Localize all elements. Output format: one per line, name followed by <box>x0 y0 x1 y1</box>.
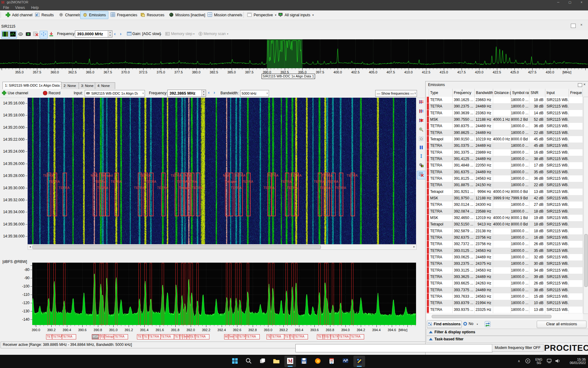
toolbar-button-add-channel[interactable]: Add channel <box>3 11 35 19</box>
emission-row[interactable]: TETRA393.7633 ...24563 Hz18000.0 ...15 d… <box>427 293 583 300</box>
emissions-vscroll-thumb[interactable] <box>584 234 588 287</box>
zoom-in-button[interactable] <box>417 126 426 135</box>
toolbar-button-mission-channels[interactable]: Mission channels <box>205 11 245 19</box>
frequency-stepper[interactable]: ▲▼ <box>108 31 112 37</box>
waterfall-view-button[interactable] <box>1 31 9 39</box>
toolbar-button-all-signal-inputs[interactable]: All signal inputs▼ <box>276 11 317 19</box>
emission-row[interactable]: TETRA391.8875 ...24150 Hz18000.0 ...22 d… <box>427 182 583 188</box>
emission-row[interactable]: MSK392.4650 ...12019 Hz4000.0 Hz8000.1 B… <box>427 215 583 221</box>
emission-row[interactable]: TETRA393.6625 ...24263 Hz18000.0 ...26 d… <box>427 280 583 287</box>
fit-vertical-button[interactable] <box>417 152 426 161</box>
find-mode-select[interactable]: No ▼ <box>463 321 482 327</box>
file-explorer-button[interactable] <box>271 356 282 367</box>
spectrum-view-button[interactable] <box>9 31 17 39</box>
emission-row[interactable]: TETRA393.3625 ...24469 Hz18000.0 ...39 d… <box>427 274 583 280</box>
emissions-hscroll-thumb[interactable] <box>432 315 551 318</box>
emission-row[interactable]: TETRA390.8625 ...24469 Hz18000.0 ...22 d… <box>427 130 583 136</box>
channel-input-select[interactable]: SIR2115 WB-DDC 1x Align Data 1 ∨ <box>85 90 145 97</box>
clock[interactable]: 15:3506/01/2022 <box>564 358 586 365</box>
use-channel-button[interactable]: Use channel <box>8 90 28 96</box>
channel-tab-1[interactable]: 1: SIR2115 WB-DDC 1x Align Data 1 <box>2 82 61 89</box>
emissions-close-icon[interactable]: × <box>583 82 586 87</box>
emission-row[interactable]: TETRA392.0874 ...23588 Hz18000.0 ...18 d… <box>427 208 583 215</box>
zoom-region-button[interactable] <box>417 117 426 125</box>
spectrum-plot[interactable] <box>32 263 416 325</box>
emission-row[interactable]: Tetrapol392.5150 ...9413 Hz4000.0 Hz8000… <box>427 221 583 228</box>
emission-row[interactable]: TETRA393.0125 ...24563 Hz18000.0 ...35 d… <box>427 248 583 254</box>
task-based-filter-section[interactable]: Task-based filter <box>426 336 588 343</box>
waterfall-hscroll-thumb[interactable] <box>32 245 321 249</box>
emissions-float-icon[interactable] <box>578 83 582 87</box>
maximize-button[interactable]: ▢ <box>564 0 576 5</box>
emission-row[interactable]: TETRA393.3125 ...24563 Hz18000.0 ...34 d… <box>427 267 583 274</box>
emission-row[interactable]: TETRA391.8125 ...24563 Hz18000.0 ...36 d… <box>427 175 583 182</box>
column-header[interactable]: SNR <box>529 89 545 97</box>
auto-find-icon[interactable] <box>485 321 491 328</box>
pause-button[interactable] <box>417 144 426 152</box>
emission-row[interactable]: TETRA391.4848 ...22050 Hz18000.0 ...17 d… <box>427 162 583 169</box>
emission-row[interactable]: TETRA392.5879 ...23138 Hz18000.0 ...18 d… <box>427 228 583 234</box>
input-dropdown-icon[interactable]: ∨ <box>142 90 144 96</box>
gain-dropdown-icon[interactable]: ▼ <box>160 33 162 35</box>
dropdown-icon[interactable]: ▼ <box>312 14 314 17</box>
frequency-back-icon[interactable]: ‹ <box>112 31 117 36</box>
panel-float-icon[interactable] <box>571 24 576 28</box>
panel-close-icon[interactable]: × <box>580 23 582 27</box>
emission-row[interactable]: MSK391.9750 ...12188 Hz3999.9 Hz7999.9 B… <box>427 195 583 202</box>
toolbar-button-missions-inactive-[interactable]: Missions [inactive] <box>166 11 208 19</box>
emission-row[interactable]: Tetrapol390.9150 ...10219 Hz4000.0 Hz800… <box>427 136 583 143</box>
toolbar-button-channels[interactable]: Channels <box>56 11 83 19</box>
receiver-frequency-input[interactable]: 393.0000 MHz ▲▼ <box>75 30 112 37</box>
emission-row[interactable]: TETRA391.4125 ...24469 Hz18000.0 ...38 d… <box>427 156 583 162</box>
frequency-forward-icon[interactable]: › <box>118 31 123 36</box>
channel-frequency-forward-icon[interactable]: › <box>212 90 217 95</box>
display-settings-button[interactable] <box>417 162 426 170</box>
column-header[interactable]: Symbol rat <box>511 89 529 97</box>
network-icon[interactable] <box>547 358 553 365</box>
clear-emissions-grid-button[interactable] <box>417 171 426 179</box>
bandwidth-select[interactable]: 5000 kHz∨ <box>240 90 269 97</box>
channel-frequency-input[interactable]: 392.3865 MHz ▲▼ <box>167 90 206 97</box>
go2monitor-app-button[interactable]: M <box>284 356 296 367</box>
backup-app-button[interactable] <box>298 356 310 367</box>
overview-spectrum-plot[interactable] <box>0 39 588 68</box>
column-header[interactable]: Type <box>429 89 453 97</box>
show-frequencies-select[interactable]: --- Show frequencies ---∨ <box>375 90 417 97</box>
tray-update-icon[interactable] <box>525 358 531 365</box>
goto-frequency-button[interactable] <box>47 31 55 39</box>
sonagram-button[interactable] <box>17 31 25 39</box>
menu-views[interactable]: Views <box>12 5 28 10</box>
toolbar-button-emissions[interactable]: Emissions <box>80 11 108 19</box>
menu-help[interactable]: Help <box>28 5 42 10</box>
record-button[interactable]: Record <box>49 90 60 96</box>
toolbar-button-results[interactable]: Results <box>33 11 56 19</box>
zoom-time-button[interactable] <box>417 98 426 107</box>
emission-row[interactable]: TETRA392.0124 ...24300 Hz18000.0 ...27 d… <box>427 202 583 208</box>
monitor-graph-button[interactable] <box>340 356 351 367</box>
clear-grid-button[interactable] <box>32 31 40 39</box>
utility-app-button[interactable] <box>353 356 365 367</box>
channel-frequency-back-icon[interactable]: ‹ <box>206 90 211 95</box>
waterfall-plot[interactable] <box>28 98 416 244</box>
emission-row[interactable]: TETRA393.0625 ...24469 Hz18000.0 ...32 d… <box>427 254 583 260</box>
filter-display-options-section[interactable]: Filter & display options <box>426 329 588 336</box>
emission-row[interactable]: TETRA390.8375 ...24469 Hz18000.0 ...36 d… <box>427 123 583 129</box>
emission-row[interactable]: TETRA393.2375 ...24375 Hz18000.0 ...30 d… <box>427 260 583 267</box>
show-frequencies-dropdown-icon[interactable]: ∨ <box>414 90 416 96</box>
emissions-table-header[interactable]: TypeFrequencyBandwidthDistance (SSymbol … <box>427 89 583 97</box>
column-header[interactable]: Frequency <box>453 89 475 97</box>
search-button[interactable] <box>243 356 255 367</box>
emissions-hscrollbar[interactable] <box>427 313 583 319</box>
column-header[interactable] <box>427 89 429 97</box>
emission-row[interactable]: TETRA390.3639 ...23363 Hz18000.0 ...14 d… <box>427 110 583 116</box>
zoom-selection-button[interactable] <box>417 135 426 144</box>
column-header[interactable]: Freque <box>569 89 583 97</box>
toolbar-button-frequencies[interactable]: Frequencies <box>108 11 140 19</box>
emission-row[interactable]: TETRA391.3375 ...23869 Hz18000.0 ...16 d… <box>427 149 583 156</box>
emission-row[interactable]: TETRA391.6375 ...24469 Hz18000.0 ...35 d… <box>427 169 583 175</box>
firefox-button[interactable] <box>312 356 324 367</box>
gain-selector[interactable]: Gain: [AGC slow] <box>132 30 161 37</box>
start-button[interactable] <box>229 356 241 367</box>
channel-frequency-stepper[interactable]: ▲▼ <box>201 90 206 96</box>
scroll-right-icon[interactable]: ► <box>412 245 416 249</box>
